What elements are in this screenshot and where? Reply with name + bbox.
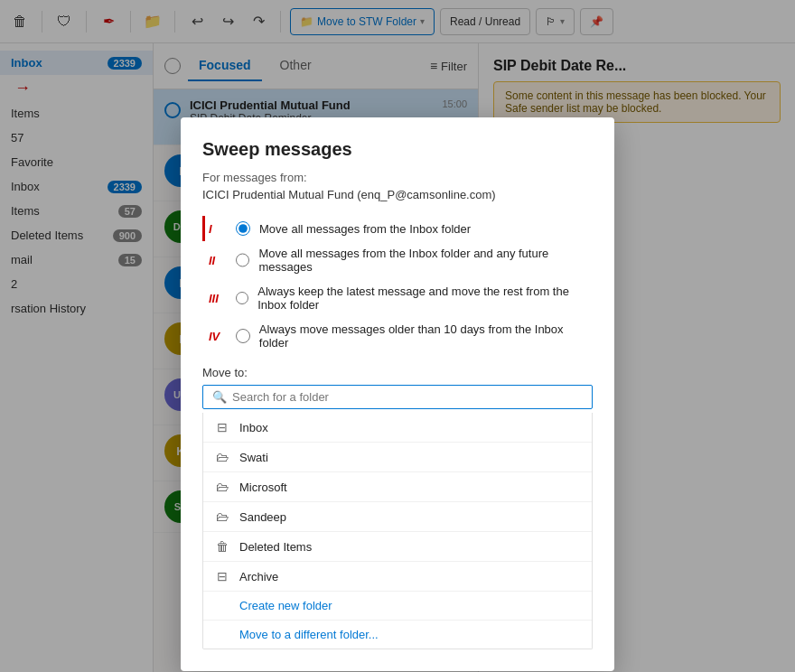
- radio-option-1[interactable]: II Move all messages from the Inbox fold…: [202, 241, 593, 279]
- radio-input-1[interactable]: [236, 253, 249, 267]
- roman-3: IV: [209, 330, 227, 343]
- folder-list: ⊟ Inbox 🗁 Swati 🗁 Microsoft 🗁 Sandeep 🗑 …: [202, 413, 593, 649]
- radio-input-2[interactable]: [236, 291, 248, 305]
- move-to-label: Move to:: [202, 366, 593, 379]
- dialog-from-email: ICICI Prudential Mutual Fund (enq_P@cams…: [202, 188, 593, 201]
- sweep-dialog: Sweep messages For messages from: ICICI …: [181, 117, 614, 671]
- search-icon: 🔍: [212, 390, 227, 404]
- radio-option-3[interactable]: IV Always move messages older than 10 da…: [202, 317, 593, 355]
- folder-sandeep[interactable]: 🗁 Sandeep: [203, 502, 592, 532]
- trash-icon: 🗑: [214, 539, 230, 554]
- move-different-folder-button[interactable]: Move to a different folder...: [203, 621, 592, 649]
- radio-label-0: Move all messages from the Inbox folder: [259, 222, 471, 236]
- create-folder-label: Create new folder: [239, 599, 332, 612]
- radio-input-3[interactable]: [236, 329, 250, 343]
- folder-archive-label: Archive: [239, 570, 278, 583]
- move-different-label: Move to a different folder...: [239, 628, 379, 641]
- folder-archive[interactable]: ⊟ Archive: [203, 562, 592, 592]
- folder-inbox-label: Inbox: [239, 421, 268, 434]
- roman-1: II: [209, 254, 227, 267]
- inbox-icon: ⊟: [214, 420, 230, 434]
- folder-microsoft[interactable]: 🗁 Microsoft: [203, 472, 592, 502]
- folder-deleted-label: Deleted Items: [239, 540, 312, 554]
- folder-inbox[interactable]: ⊟ Inbox: [203, 413, 592, 443]
- folder-search-input[interactable]: [232, 390, 583, 404]
- roman-2: III: [209, 292, 227, 305]
- dialog-for-label: For messages from:: [202, 171, 593, 184]
- folder-swati-label: Swati: [239, 451, 268, 464]
- folder-icon-microsoft: 🗁: [214, 480, 230, 494]
- modal-overlay[interactable]: Sweep messages For messages from: ICICI …: [0, 0, 795, 672]
- roman-0: I: [209, 222, 227, 236]
- folder-microsoft-label: Microsoft: [239, 481, 287, 494]
- radio-label-2: Always keep the latest message and move …: [257, 285, 593, 312]
- folder-sandeep-label: Sandeep: [239, 510, 286, 524]
- radio-option-0[interactable]: I Move all messages from the Inbox folde…: [202, 216, 593, 241]
- radio-option-2[interactable]: III Always keep the latest message and m…: [202, 279, 593, 317]
- radio-label-1: Move all messages from the Inbox folder …: [258, 247, 593, 274]
- dialog-title: Sweep messages: [202, 139, 593, 160]
- folder-icon-sandeep: 🗁: [214, 509, 230, 524]
- folder-icon-swati: 🗁: [214, 450, 230, 464]
- folder-search-container: 🔍: [202, 385, 593, 409]
- create-new-folder-button[interactable]: Create new folder: [203, 592, 592, 621]
- radio-label-3: Always move messages older than 10 days …: [259, 322, 593, 350]
- folder-swati[interactable]: 🗁 Swati: [203, 443, 592, 472]
- archive-icon: ⊟: [214, 569, 230, 583]
- radio-input-0[interactable]: [236, 221, 250, 236]
- folder-deleted-items[interactable]: 🗑 Deleted Items: [203, 532, 592, 562]
